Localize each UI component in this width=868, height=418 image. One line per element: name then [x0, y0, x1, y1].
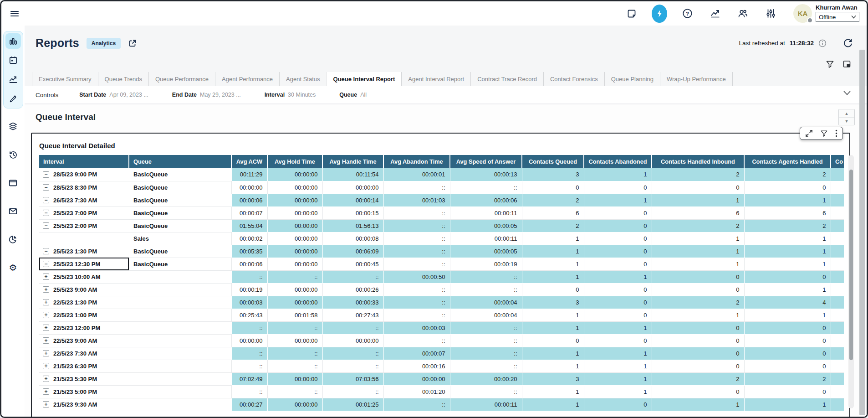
value-cell-avg-acw[interactable]: 00:11:29: [231, 168, 267, 181]
tab-agent-interval-report[interactable]: Agent Interval Report: [401, 72, 470, 86]
value-cell-contacts-queued[interactable]: 3: [522, 168, 584, 181]
value-cell-clipped[interactable]: [831, 206, 844, 219]
value-cell-avg-hold-time[interactable]: 00:00:00: [267, 398, 322, 411]
value-cell-avg-acw[interactable]: 00:05:35: [231, 245, 267, 258]
value-cell-avg-handle-time[interactable]: 00:00:14: [322, 194, 383, 206]
queue-cell[interactable]: Sales: [129, 232, 231, 245]
value-cell-avg-acw[interactable]: 07:02:49: [231, 372, 267, 385]
menu-icon[interactable]: [7, 6, 22, 21]
value-cell-avg-handle-time[interactable]: ::: [322, 360, 383, 372]
value-cell-avg-hold-time[interactable]: 00:00:00: [267, 283, 322, 296]
value-cell-avg-abandon-time[interactable]: 00:01:20: [383, 385, 450, 398]
column-header-contacts-agents-handled[interactable]: Contacts Agents Handled: [744, 155, 831, 168]
value-cell-contacts-abandoned[interactable]: 1: [584, 385, 652, 398]
value-cell-avg-abandon-time[interactable]: ::: [383, 398, 450, 411]
value-cell-contacts-queued[interactable]: 0: [522, 283, 584, 296]
value-cell-avg-handle-time[interactable]: 00:00:45: [322, 258, 383, 270]
value-cell-avg-hold-time[interactable]: 00:01:58: [267, 309, 322, 321]
value-cell-contacts-agents-handled[interactable]: 0: [744, 270, 831, 283]
value-cell-avg-hold-time[interactable]: ::: [267, 360, 322, 372]
value-cell-avg-handle-time[interactable]: 00:01:25: [322, 398, 383, 411]
sidebar-item-analytics[interactable]: [5, 232, 21, 247]
collapse-row-icon[interactable]: −: [43, 197, 49, 203]
value-cell-contacts-agents-handled[interactable]: 2: [744, 219, 831, 232]
value-cell-contacts-abandoned[interactable]: 0: [584, 219, 652, 232]
value-cell-avg-acw[interactable]: 00:00:27: [231, 398, 267, 411]
value-cell-avg-handle-time[interactable]: 00:00:26: [322, 283, 383, 296]
value-cell-avg-hold-time[interactable]: ::: [267, 347, 322, 360]
queue-cell[interactable]: [129, 321, 231, 334]
value-cell-avg-speed-of-answer[interactable]: 00:00:06: [450, 194, 522, 206]
value-cell-clipped[interactable]: [831, 296, 844, 309]
value-cell-avg-handle-time[interactable]: ::: [322, 321, 383, 334]
interval-cell[interactable]: −26/5/23 7:30 AM: [39, 194, 129, 206]
sidebar-item-history[interactable]: [5, 147, 21, 162]
value-cell-avg-abandon-time[interactable]: ::: [383, 219, 450, 232]
queue-cell[interactable]: BasicQueue: [129, 245, 231, 258]
value-cell-avg-acw[interactable]: 00:00:06: [231, 258, 267, 270]
interval-cell[interactable]: +22/5/23 1:00 PM: [39, 309, 129, 321]
value-cell-clipped[interactable]: [831, 168, 844, 181]
tab-wrap-up-performance[interactable]: Wrap-Up Performance: [660, 72, 733, 86]
value-cell-clipped[interactable]: [831, 334, 844, 347]
value-cell-avg-handle-time[interactable]: 00:00:33: [322, 296, 383, 309]
value-cell-avg-abandon-time[interactable]: ::: [383, 309, 450, 321]
value-cell-avg-handle-time[interactable]: 00:00:00: [322, 181, 383, 194]
value-cell-avg-abandon-time[interactable]: ::: [383, 206, 450, 219]
value-cell-contacts-abandoned[interactable]: 0: [584, 245, 652, 258]
value-cell-avg-speed-of-answer[interactable]: 00:00:04: [450, 309, 522, 321]
queue-cell[interactable]: [129, 360, 231, 372]
expand-row-icon[interactable]: +: [43, 350, 49, 356]
value-cell-clipped[interactable]: [831, 219, 844, 232]
value-cell-contacts-agents-handled[interactable]: 0: [744, 334, 831, 347]
queue-cell[interactable]: BasicQueue: [129, 181, 231, 194]
value-cell-contacts-agents-handled[interactable]: 0: [744, 360, 831, 372]
queue-cell[interactable]: [129, 270, 231, 283]
sidebar-item-layers[interactable]: [5, 119, 21, 134]
value-cell-avg-abandon-time[interactable]: ::: [383, 283, 450, 296]
value-cell-contacts-agents-handled[interactable]: 4: [744, 296, 831, 309]
value-cell-clipped[interactable]: [831, 232, 844, 245]
value-cell-contacts-agents-handled[interactable]: 2: [744, 372, 831, 385]
value-cell-contacts-agents-handled[interactable]: 1: [744, 232, 831, 245]
value-cell-contacts-abandoned[interactable]: 0: [584, 232, 652, 245]
value-cell-avg-hold-time[interactable]: 00:00:00: [267, 258, 322, 270]
sidebar-item-annotate[interactable]: [5, 91, 21, 106]
value-cell-avg-abandon-time[interactable]: ::: [383, 296, 450, 309]
value-cell-contacts-agents-handled[interactable]: 0: [744, 347, 831, 360]
value-cell-avg-speed-of-answer[interactable]: ::: [450, 283, 522, 296]
value-cell-contacts-queued[interactable]: 1: [522, 385, 584, 398]
collapse-row-icon[interactable]: −: [43, 261, 49, 267]
value-cell-avg-acw[interactable]: 00:00:07: [231, 206, 267, 219]
queue-cell[interactable]: [129, 385, 231, 398]
value-cell-avg-acw[interactable]: ::: [231, 321, 267, 334]
value-cell-avg-abandon-time[interactable]: ::: [383, 245, 450, 258]
queue-cell[interactable]: BasicQueue: [129, 206, 231, 219]
value-cell-avg-acw[interactable]: 00:00:00: [231, 181, 267, 194]
users-icon[interactable]: [735, 6, 751, 21]
value-cell-avg-acw[interactable]: 00:00:02: [231, 232, 267, 245]
value-cell-contacts-handled-inbound[interactable]: 0: [652, 334, 744, 347]
expand-row-icon[interactable]: +: [43, 299, 49, 305]
controls-collapse-icon[interactable]: [843, 90, 851, 96]
value-cell-avg-handle-time[interactable]: 00:11:54: [322, 168, 383, 181]
interval-cell[interactable]: +22/5/23 7:30 AM: [39, 347, 129, 360]
value-cell-contacts-agents-handled[interactable]: 1: [744, 398, 831, 411]
interval-cell[interactable]: +22/5/23 1:30 PM: [39, 296, 129, 309]
value-cell-clipped[interactable]: [831, 194, 844, 206]
value-cell-contacts-handled-inbound[interactable]: 0: [652, 181, 744, 194]
column-header-avg-handle-time[interactable]: Avg Handle Time: [322, 155, 383, 168]
tab-queue-interval-report[interactable]: Queue Interval Report: [327, 72, 402, 86]
value-cell-contacts-abandoned[interactable]: 0: [584, 283, 652, 296]
tab-queue-planning[interactable]: Queue Planning: [604, 72, 660, 86]
interval-cell[interactable]: +21/5/23 5:30 PM: [39, 372, 129, 385]
value-cell-avg-handle-time[interactable]: ::: [322, 270, 383, 283]
column-header-contacts-abandoned[interactable]: Contacts Abandoned: [584, 155, 652, 168]
notes-icon[interactable]: [624, 6, 639, 21]
interval-cell[interactable]: +21/5/23 9:30 AM: [39, 398, 129, 411]
value-cell-clipped[interactable]: [831, 360, 844, 372]
value-cell-avg-acw[interactable]: 00:00:03: [231, 296, 267, 309]
value-cell-avg-abandon-time[interactable]: 00:00:07: [383, 347, 450, 360]
value-cell-contacts-handled-inbound[interactable]: 1: [652, 258, 744, 270]
queue-cell[interactable]: BasicQueue: [129, 194, 231, 206]
